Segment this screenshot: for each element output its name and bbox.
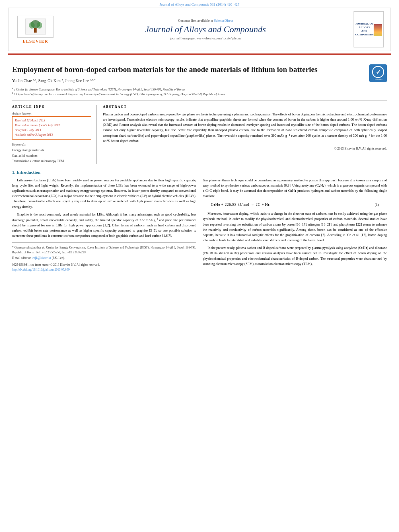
footnote-area: * Corresponding author at: Center for En… bbox=[12, 242, 196, 260]
section-title-text: Introduction bbox=[16, 170, 41, 175]
intro-right-col: Gas phase synthesis technique could be c… bbox=[203, 178, 387, 272]
intro-p2: Graphite is the most commonly used anode… bbox=[12, 212, 196, 239]
elsevier-logo: ELSEVIER bbox=[13, 16, 58, 43]
copyright-line: © 2013 Elsevier B.V. All rights reserved… bbox=[103, 147, 387, 150]
journal-citation: Journal of Alloys and Compounds 582 (201… bbox=[0, 0, 399, 8]
email-link[interactable]: leejk@kist.re.kr bbox=[32, 256, 51, 260]
intro-p1: Lithium-ion batteries (LIBs) have been w… bbox=[12, 178, 196, 210]
keywords-label: Keywords: bbox=[12, 143, 91, 146]
corresponding-footnote: * Corresponding author at: Center for En… bbox=[12, 245, 196, 255]
crossmark-label: CrossMark bbox=[374, 78, 383, 80]
elsevier-graphic bbox=[17, 16, 53, 38]
affiliation-b: b Department of Energy and Environmental… bbox=[14, 92, 225, 96]
svg-point-3 bbox=[29, 22, 35, 29]
svg-rect-2 bbox=[34, 28, 37, 33]
abstract-text: Plasma carbon and boron-doped carbons ar… bbox=[103, 112, 387, 144]
affiliation-a: a Center for Energy Convergence, Korea I… bbox=[14, 87, 185, 91]
intro-section-title: 1. Introduction bbox=[12, 170, 387, 175]
crossmark-badge[interactable]: ✓ CrossMark bbox=[369, 64, 387, 82]
article-title: Employment of boron-doped carbon materia… bbox=[12, 64, 342, 75]
intro-body: Lithium-ion batteries (LIBs) have been w… bbox=[12, 178, 387, 272]
intro-left-col: Lithium-ion batteries (LIBs) have been w… bbox=[12, 178, 196, 272]
article-main: ✓ CrossMark Employment of boron-doped ca… bbox=[0, 55, 399, 276]
equation-number: (1) bbox=[375, 202, 379, 208]
info-abstract-section: ARTICLE INFO Article history: Received 1… bbox=[12, 101, 387, 164]
email-suffix: (J.K. Lee). bbox=[52, 256, 65, 260]
journal-header: ELSEVIER Contents lists available at Sci… bbox=[8, 8, 391, 51]
elsevier-logo-area: ELSEVIER bbox=[13, 16, 58, 43]
article-info-column: ARTICLE INFO Article history: Received 1… bbox=[12, 105, 97, 164]
abstract-column: ABSTRACT Plasma carbon and boron-doped c… bbox=[103, 105, 387, 164]
date-received: Received 12 March 2013 bbox=[15, 118, 88, 123]
affiliations: a a Center for Energy Convergence, Korea… bbox=[12, 85, 387, 97]
journal-header-center: Contents lists available at ScienceDirec… bbox=[58, 18, 354, 40]
right-p3: In the present study, plasma carbon and … bbox=[203, 245, 387, 267]
abstract-heading: ABSTRACT bbox=[103, 105, 387, 109]
journal-cover-area: JOURNAL OFALLOYSANDCOMPOUNDS bbox=[354, 11, 386, 47]
keyword-2: Gas–solid reactions bbox=[12, 153, 91, 159]
history-label: Article history: bbox=[12, 112, 91, 115]
date-accepted: Accepted 9 July 2013 bbox=[15, 128, 88, 133]
homepage-line: journal homepage: www.elsevier.com/locat… bbox=[58, 36, 354, 40]
doi-link[interactable]: http://dx.doi.org/10.1016/j.jallcom.2013… bbox=[12, 267, 196, 272]
elsevier-brand: ELSEVIER bbox=[23, 39, 48, 43]
equation-1: C₂H₂ + 226.88 kJ/mol → 2C + H₂ (1) bbox=[211, 202, 379, 208]
keyword-3: Transmission electron microscopy TEM bbox=[12, 158, 91, 164]
date-revised: Received in revised form 9 July 2013 bbox=[15, 123, 88, 128]
svg-point-4 bbox=[37, 22, 42, 29]
email-line: E-mail address: leejk@kist.re.kr (J.K. L… bbox=[12, 256, 196, 260]
dates-box: Received 12 March 2013 Received in revis… bbox=[12, 116, 91, 140]
journal-title: Journal of Alloys and Compounds bbox=[58, 24, 354, 35]
authors-line: Yu-Jin Chae a,b, Sang-Ok Kim a, Joong Ke… bbox=[12, 78, 387, 83]
citation-text: Journal of Alloys and Compounds 582 (201… bbox=[160, 2, 240, 6]
equation-text: C₂H₂ + 226.88 kJ/mol → 2C + H₂ bbox=[211, 202, 270, 208]
right-p1: Gas phase synthesis technique could be c… bbox=[203, 178, 387, 199]
sciencedirect-link[interactable]: ScienceDirect bbox=[214, 18, 233, 23]
crossmark-icon: ✓ bbox=[372, 66, 384, 78]
bottom-info: 0925-8388/$ – see front matter © 2013 El… bbox=[12, 263, 196, 272]
date-online: Available online 2 August 2013 bbox=[15, 133, 88, 138]
introduction-section: 1. Introduction Lithium-ion batteries (L… bbox=[12, 170, 387, 272]
section-number: 1. bbox=[12, 170, 15, 175]
email-label: E-mail address: bbox=[12, 256, 31, 260]
article-info-heading: ARTICLE INFO bbox=[12, 105, 91, 109]
right-p2: Moreover, heteroatom doping, which leads… bbox=[203, 211, 387, 243]
contents-line: Contents lists available at ScienceDirec… bbox=[58, 18, 354, 23]
journal-cover-image: JOURNAL OFALLOYSANDCOMPOUNDS bbox=[354, 11, 384, 47]
keyword-1: Energy storage materials bbox=[12, 148, 91, 153]
issn-line: 0925-8388/$ – see front matter © 2013 El… bbox=[12, 263, 196, 267]
